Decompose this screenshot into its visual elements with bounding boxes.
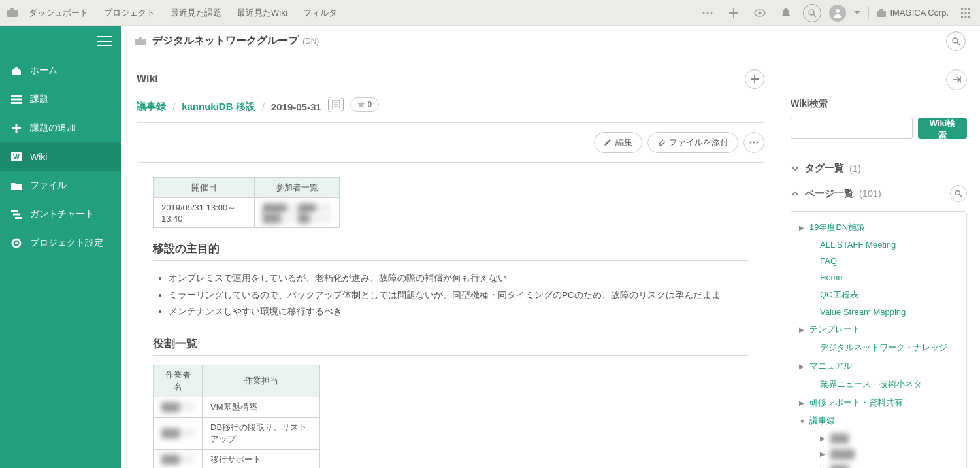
svg-point-2 xyxy=(703,12,705,14)
sidebar-item-issues[interactable]: 課題 xyxy=(0,85,121,114)
breadcrumb-current: 2019-05-31 xyxy=(271,101,321,112)
tree-item[interactable]: ▶テンプレート xyxy=(795,320,962,339)
sidebar-item-home[interactable]: ホーム xyxy=(0,56,121,85)
role-table: 作業者名 作業担当 ███VM基盤構築 ███DB移行の段取り、リストアップ █… xyxy=(153,365,320,468)
breadcrumb-link[interactable]: 議事録 xyxy=(137,101,166,113)
tree-item[interactable]: ALL STAFF Meeting xyxy=(795,237,962,253)
cell-date: 2019/05/31 13:00～13:40 xyxy=(154,198,255,228)
wiki-search-input[interactable] xyxy=(791,118,913,139)
table-row: ███VM基盤構築 xyxy=(154,397,320,417)
tree-item[interactable]: Home xyxy=(795,269,962,286)
more-icon[interactable] xyxy=(698,4,717,22)
sidebar-label: Wiki xyxy=(30,152,47,162)
action-row: 編集 ファイルを添付 xyxy=(137,132,764,153)
nav-dashboard[interactable]: ダッシュボード xyxy=(22,7,95,19)
svg-point-4 xyxy=(711,12,713,14)
gear-icon xyxy=(10,237,22,249)
svg-rect-17 xyxy=(961,16,963,18)
star-count[interactable]: 0 xyxy=(350,97,380,112)
paperclip-icon xyxy=(657,138,665,147)
tree-item[interactable]: ▶研修レポート・資料共有 xyxy=(795,393,962,412)
bell-icon[interactable] xyxy=(777,4,795,22)
sidebar-label: ホーム xyxy=(30,65,57,76)
tree-item[interactable]: QC工程表 xyxy=(795,286,962,304)
tree-item[interactable]: ▶████ xyxy=(795,446,962,461)
expand-icon[interactable] xyxy=(946,69,967,90)
chevron-down-icon[interactable] xyxy=(854,11,860,15)
avatar[interactable] xyxy=(829,5,846,22)
svg-rect-20 xyxy=(11,95,22,97)
wiki-heading: Wiki xyxy=(137,73,158,85)
tri-right-icon: ▶ xyxy=(799,224,806,231)
project-code: (DN) xyxy=(302,37,319,46)
nav-filter[interactable]: フィルタ xyxy=(297,7,344,19)
svg-rect-9 xyxy=(877,11,886,17)
breadcrumb-link[interactable]: kannukiDB 移設 xyxy=(182,101,255,113)
tree-item[interactable]: ▶███ xyxy=(795,461,962,468)
breadcrumb-sep: / xyxy=(262,101,265,112)
nav-recent-issues[interactable]: 最近見た課題 xyxy=(164,7,228,19)
page-tree: ▶19年度DN施策 ALL STAFF Meeting FAQ Home QC工… xyxy=(791,211,967,468)
pages-search-icon[interactable] xyxy=(950,185,967,202)
nav-project[interactable]: プロジェクト xyxy=(97,7,161,19)
search-icon[interactable] xyxy=(803,4,821,22)
tags-count: (1) xyxy=(849,163,861,174)
briefcase-icon xyxy=(135,37,146,46)
cell-attendees: ████ ███ ███ ██ xyxy=(255,198,340,228)
eye-icon[interactable] xyxy=(751,4,769,22)
plus-icon xyxy=(10,122,22,134)
document-icon[interactable] xyxy=(328,97,344,112)
sidebar-item-gantt[interactable]: ガントチャート xyxy=(0,200,121,229)
tree-item[interactable]: Value Stream Mapping xyxy=(795,304,962,320)
attach-button[interactable]: ファイルを添付 xyxy=(647,132,738,153)
tags-header[interactable]: タグ一覧 (1) xyxy=(791,157,967,180)
tri-right-icon: ▶ xyxy=(799,363,806,370)
section-purpose: 移設の主目的 xyxy=(153,241,748,261)
sidebar-item-settings[interactable]: プロジェクト設定 xyxy=(0,229,121,258)
topbar-left: ダッシュボード プロジェクト 最近見た課題 最近見たWiki フィルタ xyxy=(5,6,344,20)
svg-rect-19 xyxy=(968,16,970,18)
tree-item[interactable]: ▼議事録 xyxy=(795,412,962,430)
tri-right-icon: ▶ xyxy=(820,435,826,442)
svg-rect-15 xyxy=(965,12,967,14)
svg-point-3 xyxy=(707,12,709,14)
pages-header[interactable]: ページ一覧 (101) xyxy=(791,180,967,207)
tree-item[interactable]: デジタルネットワーク・ナレッジ xyxy=(795,339,962,357)
header-search-icon[interactable] xyxy=(946,31,966,51)
tree-item[interactable]: 業界ニュース・技術小ネタ xyxy=(795,375,962,393)
sidebar-item-add-issue[interactable]: 課題の追加 xyxy=(0,114,121,142)
svg-rect-22 xyxy=(11,102,22,104)
list-item: メンテナンスしやすい環境に移行するべき xyxy=(169,303,748,320)
tri-right-icon: ▶ xyxy=(799,399,806,407)
org-link[interactable]: IMAGICA Corp. xyxy=(877,8,949,18)
th-attendees: 参加者一覧 xyxy=(255,178,340,198)
svg-rect-26 xyxy=(13,214,20,216)
sidebar-item-file[interactable]: ファイル xyxy=(0,171,121,200)
search-row: Wiki検索 xyxy=(791,118,967,139)
hamburger-icon[interactable] xyxy=(97,36,112,46)
topbar: ダッシュボード プロジェクト 最近見た課題 最近見たWiki フィルタ IMAG… xyxy=(0,0,980,26)
add-button[interactable] xyxy=(745,69,764,89)
edit-button[interactable]: 編集 xyxy=(594,132,642,153)
tree-item[interactable]: FAQ xyxy=(795,253,962,269)
svg-rect-14 xyxy=(961,12,963,14)
svg-point-8 xyxy=(836,9,840,13)
sidebar: ホーム 課題 課題の追加 W Wiki ファイル ガントチャート プロジェクト設… xyxy=(0,26,121,468)
project-title: デジタルネットワークグループ xyxy=(152,34,299,48)
star-icon xyxy=(357,101,365,109)
tree-item[interactable]: ▶マニュアル xyxy=(795,357,962,375)
tree-item[interactable]: ▶███ xyxy=(795,430,962,446)
tree-item[interactable]: ▶19年度DN施策 xyxy=(795,218,962,237)
pages-count: (101) xyxy=(859,188,881,199)
svg-rect-16 xyxy=(968,12,970,14)
more-actions-button[interactable] xyxy=(743,132,764,153)
plus-icon[interactable] xyxy=(725,4,743,22)
apps-icon[interactable] xyxy=(956,4,975,22)
nav-recent-wiki[interactable]: 最近見たWiki xyxy=(231,7,294,19)
wiki-search-button[interactable]: Wiki検索 xyxy=(918,118,967,139)
table-row: ███DB移行の段取り、リストアップ xyxy=(154,417,320,449)
sidebar-item-wiki[interactable]: W Wiki xyxy=(0,142,121,171)
briefcase-icon[interactable] xyxy=(5,6,20,20)
svg-rect-0 xyxy=(7,10,18,17)
sidebar-label: プロジェクト設定 xyxy=(30,237,103,249)
